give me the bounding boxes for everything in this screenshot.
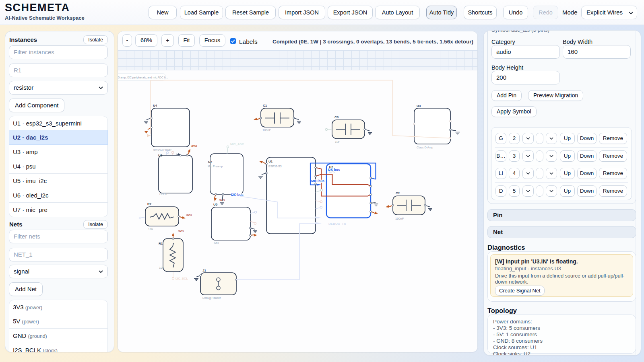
svg-text:R1: R1 <box>159 242 163 245</box>
svg-text:U1: U1 <box>268 160 273 163</box>
svg-text:100nF: 100nF <box>262 128 271 132</box>
svg-text:C1: C1 <box>263 104 267 107</box>
svg-text:IMU: IMU <box>214 242 219 245</box>
svg-text:MIC_ADC: MIC_ADC <box>230 142 244 146</box>
svg-text:U7: U7 <box>208 160 213 164</box>
svg-text:C3: C3 <box>334 115 339 119</box>
svg-text:DEBUG_TX: DEBUG_TX <box>328 222 346 226</box>
svg-text:10k: 10k <box>159 266 164 269</box>
svg-text:J1: J1 <box>202 269 206 272</box>
svg-text:U5: U5 <box>213 203 218 206</box>
svg-text:Mic Preamp: Mic Preamp <box>208 165 223 168</box>
svg-text:10k: 10k <box>148 227 153 231</box>
svg-text:Class-D Amp: Class-D Amp <box>417 146 433 149</box>
svg-text:U6: U6 <box>158 154 163 157</box>
svg-text:100nF: 100nF <box>395 217 404 220</box>
svg-text:ESP32-S3: ESP32-S3 <box>268 165 282 168</box>
svg-text:5V/3V3 Power: 5V/3V3 Power <box>153 148 171 151</box>
svg-text:D amp, I2C peripherals, and mi: D amp, I2C peripherals, and mic ADC fr..… <box>118 76 168 79</box>
svg-text:R2: R2 <box>147 202 152 206</box>
svg-text:1uF: 1uF <box>335 140 340 144</box>
svg-text:MIC bus: MIC bus <box>311 179 324 183</box>
svg-text:OLED: OLED <box>159 193 167 195</box>
svg-text:3V3: 3V3 <box>191 144 197 148</box>
svg-text:C2: C2 <box>396 191 400 195</box>
svg-text:Debug Header: Debug Header <box>202 296 221 300</box>
svg-text:3V3: 3V3 <box>178 229 184 233</box>
svg-text:U4: U4 <box>153 104 157 107</box>
svg-text:I2C_SCL: I2C_SCL <box>175 277 188 280</box>
svg-text:I2C bus: I2C bus <box>231 193 244 197</box>
svg-text:3V3: 3V3 <box>186 213 192 217</box>
svg-text:U3: U3 <box>417 104 421 108</box>
svg-text:I2S bus: I2S bus <box>328 168 341 172</box>
